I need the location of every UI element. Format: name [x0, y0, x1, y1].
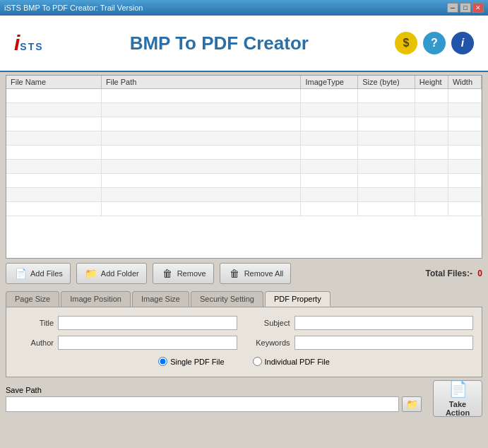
app-title: BMP To PDF Creator [44, 33, 395, 54]
title-bar: iSTS BMP To PDF Creator: Trail Version ─… [0, 0, 488, 16]
title-input[interactable] [58, 316, 237, 330]
col-height: Height [415, 76, 448, 89]
keywords-label: Keywords [251, 338, 290, 347]
remove-all-icon: 🗑 [227, 266, 242, 281]
pdf-property-panel: Title Subject Author Keywords Single PDF… [6, 307, 482, 377]
title-field-row: Title [15, 316, 237, 330]
pdf-property-form: Title Subject Author Keywords [15, 316, 473, 350]
remove-all-label: Remove All [244, 269, 284, 278]
individual-pdf-option[interactable]: Individual PDF File [253, 357, 330, 366]
total-files-display: Total Files:- 0 [426, 269, 482, 278]
file-table: File Name File Path ImageType Size (byte… [6, 76, 482, 216]
minimize-button[interactable]: ─ [447, 3, 458, 13]
table-header-row: File Name File Path ImageType Size (byte… [6, 76, 482, 89]
logo-i: i [14, 33, 20, 54]
col-width: Width [448, 76, 481, 89]
tab-image-position[interactable]: Image Position [61, 291, 131, 307]
remove-label: Remove [177, 269, 206, 278]
file-table-container: File Name File Path ImageType Size (byte… [6, 75, 482, 259]
col-size: Size (byte) [358, 76, 415, 89]
tab-page-size[interactable]: Page Size [6, 291, 59, 307]
help-icon-button[interactable]: ? [423, 32, 446, 54]
dollar-icon-button[interactable]: $ [395, 32, 417, 54]
save-path-label: Save Path [6, 386, 422, 394]
tab-image-size[interactable]: Image Size [132, 291, 189, 307]
tab-bar: Page Size Image Position Image Size Secu… [0, 288, 488, 307]
app-header: i STS BMP To PDF Creator $ ? i [0, 16, 488, 72]
logo-sts: STS [20, 41, 43, 54]
maximize-button[interactable]: □ [460, 3, 471, 13]
col-filepath: File Path [102, 76, 301, 89]
author-label: Author [15, 338, 54, 347]
add-folder-button[interactable]: 📁 Add Folder [76, 263, 147, 284]
subject-field-row: Subject [251, 316, 474, 330]
add-files-label: Add Files [30, 269, 63, 278]
browse-icon: 📁 [406, 399, 418, 410]
remove-icon: 🗑 [160, 266, 174, 281]
remove-button[interactable]: 🗑 Remove [153, 263, 214, 284]
author-input[interactable] [58, 336, 237, 350]
take-action-pdf-icon: 📄 [448, 380, 468, 399]
total-files-label: Total Files:- [426, 269, 472, 278]
window-controls: ─ □ ✕ [447, 3, 484, 13]
add-folder-label: Add Folder [101, 269, 139, 278]
table-row [6, 117, 482, 131]
table-row [6, 202, 482, 216]
keywords-input[interactable] [294, 336, 474, 350]
col-imagetype: ImageType [301, 76, 358, 89]
keywords-field-row: Keywords [251, 336, 474, 350]
save-path-area: Save Path 📁 [6, 386, 422, 412]
logo-area: i STS [14, 33, 44, 54]
title-label: Title [15, 319, 54, 327]
tab-pdf-property[interactable]: PDF Property [265, 291, 331, 307]
subject-input[interactable] [294, 316, 474, 330]
add-files-icon: 📄 [13, 266, 28, 281]
table-row [6, 160, 482, 174]
take-action-button[interactable]: 📄 Take Action [433, 380, 482, 417]
info-icon-button[interactable]: i [451, 32, 474, 54]
single-pdf-label: Single PDF File [170, 358, 224, 366]
header-icons: $ ? i [395, 32, 474, 54]
col-filename: File Name [6, 76, 102, 89]
tab-security-setting[interactable]: Security Setting [191, 291, 263, 307]
individual-pdf-radio[interactable] [253, 357, 262, 366]
individual-pdf-label: Individual PDF File [265, 358, 330, 366]
title-bar-text: iSTS BMP To PDF Creator: Trail Version [4, 4, 143, 12]
file-table-body [6, 89, 482, 216]
total-files-count: 0 [477, 269, 482, 278]
add-files-button[interactable]: 📄 Add Files [6, 263, 71, 284]
bottom-area: Save Path 📁 📄 Take Action [0, 377, 488, 420]
toolbar: 📄 Add Files 📁 Add Folder 🗑 Remove 🗑 Remo… [0, 259, 488, 288]
table-row [6, 188, 482, 202]
save-path-input[interactable] [6, 396, 399, 412]
browse-button[interactable]: 📁 [402, 396, 422, 412]
author-field-row: Author [15, 336, 237, 350]
close-button[interactable]: ✕ [472, 3, 484, 13]
pdf-mode-selection: Single PDF File Individual PDF File [15, 357, 473, 366]
take-action-label: Take Action [446, 400, 470, 417]
save-path-row: 📁 [6, 396, 422, 412]
table-row [6, 103, 482, 117]
single-pdf-option[interactable]: Single PDF File [158, 357, 224, 366]
table-row [6, 89, 482, 103]
table-row [6, 146, 482, 160]
table-row [6, 174, 482, 188]
take-action-area: 📄 Take Action [433, 380, 482, 417]
single-pdf-radio[interactable] [158, 357, 167, 366]
table-row [6, 131, 482, 146]
subject-label: Subject [251, 319, 290, 327]
add-folder-icon: 📁 [84, 266, 98, 281]
remove-all-button[interactable]: 🗑 Remove All [220, 263, 292, 284]
